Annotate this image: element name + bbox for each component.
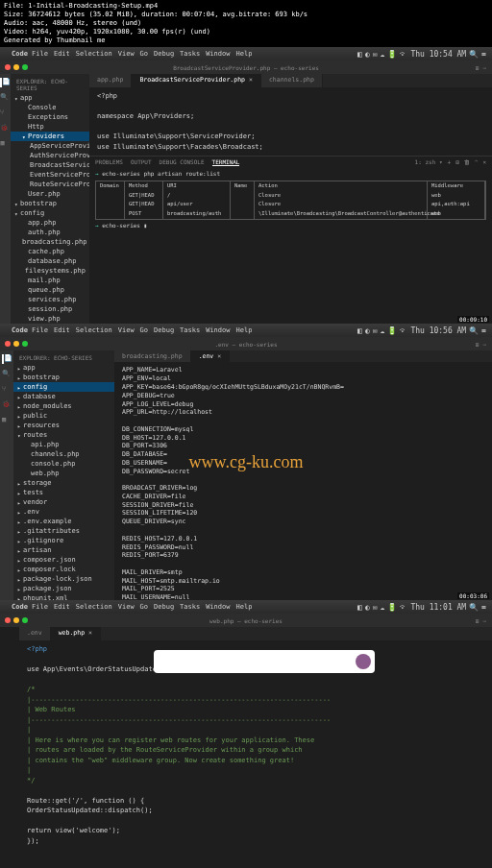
tree-item[interactable]: ▾routes [13, 430, 114, 440]
tree-item[interactable]: ▸composer.json [13, 555, 114, 565]
thumbnail-1: Code FileEditSelectionViewGoDebugTasksWi… [0, 47, 492, 324]
tree-item[interactable]: view.php [11, 314, 89, 324]
window-titlebar: BroadcastServiceProvider.php — echo-seri… [0, 60, 492, 74]
tree-item[interactable]: app.php [11, 218, 89, 228]
tree-item[interactable]: database.php [11, 256, 89, 266]
tree-item[interactable]: BroadcastServiceProvider.php [11, 160, 89, 170]
tree-item[interactable]: Http [11, 122, 89, 132]
code-editor[interactable]: <?php namespace App\Providers; use Illum… [89, 87, 492, 156]
editor-area: app.phpBroadcastServiceProvider.php×chan… [89, 74, 492, 324]
editor-tab[interactable]: BroadcastServiceProvider.php× [132, 74, 261, 87]
tree-item[interactable]: ▸phpunit.xml [13, 593, 114, 600]
tree-item[interactable]: auth.php [11, 228, 89, 237]
timestamp: 00:09:10 [457, 316, 489, 323]
tree-item[interactable]: ▸composer.lock [13, 565, 114, 574]
terminal-panel[interactable]: PROBLEMSOUTPUTDEBUG CONSOLETERMINAL1: zs… [89, 156, 492, 231]
tree-item[interactable]: ▸vendor [13, 497, 114, 507]
video-metadata: File: 1-Initial-Broadcasting-Setup.mp4 S… [0, 0, 492, 47]
debug-icon: 🐞 [0, 124, 10, 133]
tree-item[interactable]: ▸config [13, 382, 114, 392]
menubar-right: ◧◐✉☁🔋ᯤThu 10:54 AM🔍≡ [357, 50, 486, 59]
thumbnail-3: Code FileEditSelectionViewGoDebugTasksWi… [0, 600, 492, 868]
tree-item[interactable]: EventServiceProvider.php [11, 170, 89, 180]
mac-menubar: Code FileEditSelectionViewGoDebugTasksWi… [0, 47, 492, 60]
avatar [356, 654, 371, 669]
editor-tab[interactable]: web.php× [51, 627, 101, 640]
tree-item[interactable]: services.php [11, 295, 89, 304]
tree-item[interactable]: ▾bootstrap [11, 199, 89, 208]
ext-icon: ▦ [0, 139, 10, 149]
tree-item[interactable]: ▸.env [13, 507, 114, 517]
window-controls[interactable] [0, 61, 33, 73]
tree-item[interactable]: channels.php [13, 449, 114, 459]
tree-item[interactable]: ▸tests [13, 488, 114, 497]
notification-popup[interactable] [154, 650, 375, 673]
search-icon: 🔍 [0, 93, 10, 103]
editor-tab[interactable]: .env× [191, 350, 231, 362]
tree-item[interactable]: web.php [13, 469, 114, 478]
tree-item[interactable]: ▸storage [13, 478, 114, 488]
tree-item[interactable]: User.php [11, 189, 89, 199]
tree-item[interactable]: mail.php [11, 276, 89, 285]
tree-item[interactable]: ▸artisan [13, 545, 114, 555]
editor-tab[interactable]: channels.php [261, 74, 323, 87]
app-menu[interactable]: Code FileEditSelectionViewGoDebugTasksWi… [12, 50, 258, 58]
tree-item[interactable]: ▸.env.example [13, 517, 114, 526]
tree-item[interactable]: ▸database [13, 392, 114, 401]
explorer-sidebar: EXPLORER: ECHO-SERIES ▾appConsoleExcepti… [11, 74, 89, 324]
tree-item[interactable]: ▾app [11, 93, 89, 103]
tree-item[interactable]: ▸public [13, 411, 114, 421]
tree-item[interactable]: Exceptions [11, 112, 89, 122]
tree-item[interactable]: ▸package-lock.json [13, 574, 114, 584]
tree-item[interactable]: ▾config [11, 208, 89, 218]
editor-tabs[interactable]: app.phpBroadcastServiceProvider.php×chan… [89, 74, 492, 87]
tree-item[interactable]: broadcasting.php [11, 237, 89, 247]
tree-item[interactable]: session.php [11, 304, 89, 314]
tree-item[interactable]: ▸app [13, 363, 114, 373]
tree-item[interactable]: api.php [13, 440, 114, 449]
tree-item[interactable]: ▸bootstrap [13, 373, 114, 382]
tree-item[interactable]: queue.php [11, 285, 89, 295]
tree-item[interactable]: ▸.gitattributes [13, 526, 114, 536]
thumbnail-2: Code FileEditSelectionViewGoDebugTasksWi… [0, 324, 492, 600]
tree-item[interactable]: cache.php [11, 247, 89, 256]
editor-tab[interactable]: broadcasting.php [114, 350, 191, 362]
tree-item[interactable]: ▸.gitignore [13, 536, 114, 545]
tree-item[interactable]: console.php [13, 459, 114, 469]
editor-tab[interactable]: .env [19, 627, 51, 640]
tree-item[interactable]: ▸package.json [13, 584, 114, 593]
tree-item[interactable]: AppServiceProvider.php [11, 141, 89, 151]
tree-item[interactable]: ▸node_modules [13, 401, 114, 411]
tree-item[interactable]: ▾Providers [11, 132, 89, 141]
editor-tab[interactable]: app.php [89, 74, 132, 87]
git-icon: ⑂ [0, 108, 10, 118]
activity-bar[interactable]: 📄🔍⑂🐞▦ [0, 74, 11, 324]
explorer-icon: 📄 [0, 78, 10, 87]
tree-item[interactable]: RouteServiceProvider.php [11, 180, 89, 189]
tree-item[interactable]: AuthServiceProvider.php [11, 151, 89, 160]
tree-item[interactable]: Console [11, 103, 89, 112]
tree-item[interactable]: ▸resources [13, 421, 114, 430]
tree-item[interactable]: filesystems.php [11, 266, 89, 276]
